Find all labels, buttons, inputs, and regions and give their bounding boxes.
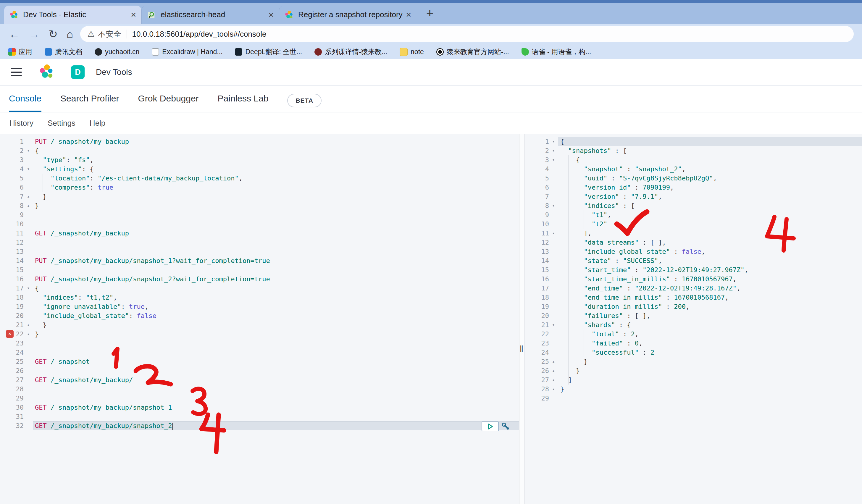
- fold-close-icon[interactable]: ▴: [549, 375, 558, 385]
- browser-tab[interactable]: Register a snapshot repository×: [279, 5, 417, 24]
- response-line[interactable]: 12 "data_streams" : [ ],: [524, 238, 862, 247]
- editor-line[interactable]: 5 "location": "/es-client-data/my_backup…: [0, 174, 519, 183]
- editor-line[interactable]: 31: [0, 412, 519, 421]
- editor-line[interactable]: 16PUT /_snapshot/my_backup/snapshot_2?wa…: [0, 275, 519, 284]
- bookmark-item[interactable]: 系列课详情-猿来教...: [314, 47, 387, 56]
- send-request-button[interactable]: [482, 422, 499, 431]
- forward-button[interactable]: →: [29, 29, 40, 40]
- response-line[interactable]: 25▴ }: [524, 357, 862, 366]
- bookmark-item[interactable]: 腾讯文档: [45, 47, 82, 56]
- fold-open-icon[interactable]: ▾: [549, 201, 558, 210]
- tab-close-icon[interactable]: ×: [268, 10, 274, 20]
- elastic-logo-icon[interactable]: [39, 64, 54, 80]
- bookmark-item[interactable]: 猿来教育官方网站-...: [436, 47, 509, 56]
- response-line[interactable]: 17 "end_time" : "2022-12-02T19:49:28.167…: [524, 284, 862, 293]
- response-line[interactable]: 8▾ "indices" : [: [524, 201, 862, 210]
- response-line[interactable]: 15 "start_time" : "2022-12-02T19:49:27.9…: [524, 265, 862, 275]
- fold-close-icon[interactable]: ▴: [24, 330, 33, 339]
- editor-line[interactable]: 8▴}: [0, 201, 519, 210]
- response-line[interactable]: 29: [524, 394, 862, 403]
- editor-line[interactable]: 15: [0, 265, 519, 275]
- response-line[interactable]: 21▾ "shards" : {: [524, 320, 862, 330]
- response-line[interactable]: 24 "successful" : 2: [524, 348, 862, 357]
- response-line[interactable]: 2▾ "snapshots" : [: [524, 146, 862, 155]
- fold-close-icon[interactable]: ▴: [549, 229, 558, 238]
- editor-line[interactable]: 4▾ "settings": {: [0, 164, 519, 174]
- fold-close-icon[interactable]: ▴: [549, 366, 558, 375]
- fold-open-icon[interactable]: ▾: [549, 155, 558, 164]
- not-secure-label[interactable]: 不安全: [98, 29, 121, 39]
- editor-line[interactable]: 32GET /_snapshot/my_backup/snapshot_2: [0, 421, 519, 430]
- menu-hamburger-icon[interactable]: [11, 68, 22, 76]
- response-line[interactable]: 11▴ ],: [524, 229, 862, 238]
- editor-line[interactable]: 18 "indices": "t1,t2",: [0, 293, 519, 302]
- response-line[interactable]: 23 "failed" : 0,: [524, 339, 862, 348]
- editor-line[interactable]: 10: [0, 220, 519, 229]
- editor-line[interactable]: 17▾{: [0, 284, 519, 293]
- reload-button[interactable]: ↻: [49, 29, 58, 40]
- bookmark-item[interactable]: DeepL翻译: 全世...: [235, 47, 302, 56]
- editor-line[interactable]: 26: [0, 366, 519, 375]
- fold-close-icon[interactable]: ▴: [24, 320, 33, 330]
- new-tab-button[interactable]: +: [422, 5, 438, 21]
- splitter-handle-icon[interactable]: ‖: [519, 344, 524, 354]
- response-line[interactable]: 18 "end_time_in_millis" : 1670010568167,: [524, 293, 862, 302]
- browser-tab[interactable]: Dev Tools - Elastic×: [4, 5, 141, 24]
- tab-close-icon[interactable]: ×: [131, 10, 136, 20]
- editor-line[interactable]: 3 "type": "fs",: [0, 155, 519, 164]
- editor-line[interactable]: 25GET /_snapshot: [0, 357, 519, 366]
- response-line[interactable]: 28▴}: [524, 385, 862, 394]
- response-line[interactable]: 3▾ {: [524, 155, 862, 164]
- editor-line[interactable]: 14PUT /_snapshot/my_backup/snapshot_1?wa…: [0, 256, 519, 265]
- tab-search-profiler[interactable]: Search Profiler: [60, 93, 119, 112]
- menu-item-settings[interactable]: Settings: [48, 119, 76, 128]
- address-bar[interactable]: ⚠ 不安全 10.0.0.18:5601/app/dev_tools#/cons…: [80, 26, 854, 42]
- editor-line[interactable]: 11GET /_snapshot/my_backup: [0, 229, 519, 238]
- fold-close-icon[interactable]: ▴: [549, 385, 558, 394]
- wrench-menu-button[interactable]: [500, 421, 510, 430]
- editor-line[interactable]: 24: [0, 348, 519, 357]
- menu-item-help[interactable]: Help: [90, 119, 105, 128]
- request-editor-panel[interactable]: 1PUT /_snapshot/my_backup2▾{3 "type": "f…: [0, 134, 519, 504]
- tab-grok-debugger[interactable]: Grok Debugger: [138, 93, 199, 112]
- bookmark-item[interactable]: Excalidraw | Hand...: [152, 48, 222, 56]
- response-line[interactable]: 27▴ ]: [524, 375, 862, 385]
- editor-line[interactable]: 21▴ }: [0, 320, 519, 330]
- tab-console[interactable]: Console: [9, 93, 41, 112]
- editor-line[interactable]: ×22▴}: [0, 330, 519, 339]
- tab-close-icon[interactable]: ×: [406, 10, 411, 20]
- url-text[interactable]: 10.0.0.18:5601/app/dev_tools#/console: [132, 30, 266, 39]
- response-line[interactable]: 22 "total" : 2,: [524, 330, 862, 339]
- fold-open-icon[interactable]: ▾: [549, 320, 558, 330]
- editor-line[interactable]: 19 "ignore_unavailable": true,: [0, 302, 519, 311]
- editor-line[interactable]: 20 "include_global_state": false: [0, 311, 519, 320]
- editor-line[interactable]: 2▾{: [0, 146, 519, 155]
- response-panel[interactable]: 1▾{2▾ "snapshots" : [3▾ {4 "snapshot" : …: [524, 134, 862, 504]
- editor-line[interactable]: 12: [0, 238, 519, 247]
- response-line[interactable]: 9 "t1",: [524, 210, 862, 220]
- home-button[interactable]: ⌂: [67, 29, 73, 40]
- response-line[interactable]: 6 "version_id" : 7090199,: [524, 183, 862, 192]
- response-line[interactable]: 5 "uuid" : "S-7qvCg8SjyRcb8ebpU2gQ",: [524, 174, 862, 183]
- response-line[interactable]: 4 "snapshot" : "snapshot_2",: [524, 164, 862, 174]
- back-button[interactable]: ←: [9, 29, 20, 40]
- response-line[interactable]: 13 "include_global_state" : false,: [524, 247, 862, 256]
- editor-line[interactable]: 7▴ }: [0, 192, 519, 201]
- fold-close-icon[interactable]: ▴: [549, 357, 558, 366]
- response-line[interactable]: 14 "state" : "SUCCESS",: [524, 256, 862, 265]
- response-line[interactable]: 19 "duration_in_millis" : 200,: [524, 302, 862, 311]
- bookmark-item[interactable]: note: [400, 48, 424, 56]
- editor-line[interactable]: 1PUT /_snapshot/my_backup: [0, 137, 519, 146]
- editor-line[interactable]: 29: [0, 394, 519, 403]
- response-line[interactable]: 16 "start_time_in_millis" : 167001056796…: [524, 275, 862, 284]
- response-line[interactable]: 7 "version" : "7.9.1",: [524, 192, 862, 201]
- fold-open-icon[interactable]: ▾: [549, 137, 558, 146]
- editor-line[interactable]: 28: [0, 385, 519, 394]
- response-line[interactable]: 1▾{: [524, 137, 862, 146]
- bookmark-item[interactable]: 语雀 - 用语雀，构...: [522, 47, 591, 56]
- fold-open-icon[interactable]: ▾: [549, 146, 558, 155]
- fold-open-icon[interactable]: ▾: [24, 146, 33, 155]
- response-line[interactable]: 10 "t2": [524, 220, 862, 229]
- response-line[interactable]: 20 "failures" : [ ],: [524, 311, 862, 320]
- tab-painless-lab[interactable]: Painless Lab: [218, 93, 269, 112]
